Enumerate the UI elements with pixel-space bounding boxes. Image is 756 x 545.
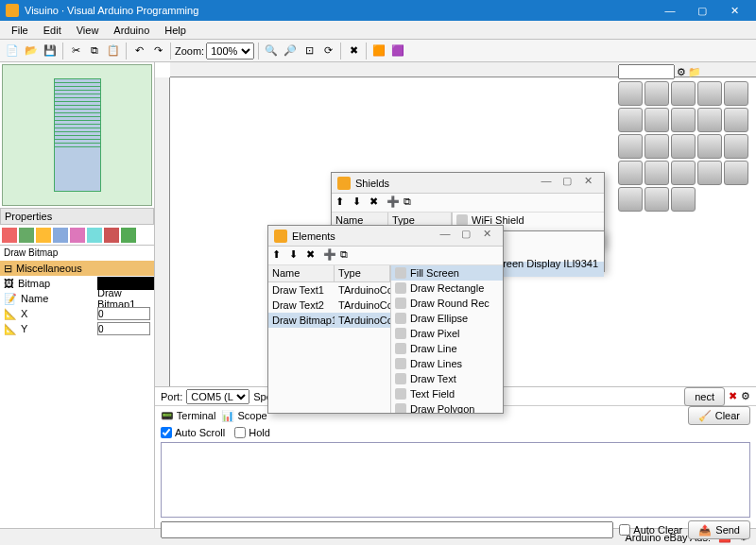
send-button[interactable]: 📤 Send bbox=[688, 520, 750, 539]
zoom-fit-button[interactable]: ⊡ bbox=[301, 43, 318, 60]
col-type[interactable]: Type bbox=[335, 265, 390, 281]
elements-row[interactable]: Draw Bitmap1TArduinoColo bbox=[268, 313, 390, 328]
palette-item[interactable] bbox=[618, 187, 643, 212]
zoom-in-button[interactable]: 🔍 bbox=[263, 43, 280, 60]
palette-item[interactable] bbox=[724, 108, 748, 132]
palette-item[interactable] bbox=[644, 81, 669, 106]
shields-close[interactable]: ✕ bbox=[577, 175, 598, 192]
menu-file[interactable]: File bbox=[4, 23, 36, 38]
term-settings-button[interactable]: ⚙ bbox=[741, 390, 750, 402]
elements-min[interactable]: — bbox=[435, 228, 455, 245]
palette-item[interactable] bbox=[618, 108, 643, 132]
tree-item[interactable]: Text Field bbox=[391, 386, 503, 401]
zoom-select[interactable]: 100% bbox=[206, 43, 254, 60]
palette-item[interactable] bbox=[618, 161, 643, 185]
prop-tb-7[interactable] bbox=[104, 228, 119, 243]
auto-clear-check[interactable]: Auto Clear bbox=[619, 524, 682, 536]
palette-item[interactable] bbox=[724, 81, 748, 106]
tree-item[interactable]: Draw Round Rec bbox=[391, 296, 503, 311]
prop-tb-1[interactable] bbox=[2, 228, 17, 243]
preview-thumbnail[interactable] bbox=[2, 64, 152, 206]
palette-item[interactable] bbox=[618, 81, 643, 106]
palette-item[interactable] bbox=[697, 81, 722, 106]
el-tb-3[interactable]: ✖ bbox=[306, 248, 321, 264]
palette-item[interactable] bbox=[644, 187, 669, 212]
tree-item[interactable]: Draw Ellipse bbox=[391, 311, 503, 326]
shields-tb-5[interactable]: ⧉ bbox=[404, 196, 419, 211]
palette-item[interactable] bbox=[671, 81, 696, 106]
cut-button[interactable]: ✂ bbox=[67, 43, 84, 60]
palette-item[interactable] bbox=[697, 161, 722, 185]
palette-item[interactable] bbox=[644, 134, 669, 159]
menu-help[interactable]: Help bbox=[157, 23, 194, 38]
el-tb-1[interactable]: ⬆ bbox=[272, 248, 287, 264]
tree-item[interactable]: Fill Screen bbox=[391, 265, 503, 281]
shields-max[interactable]: ▢ bbox=[557, 175, 577, 192]
tree-item[interactable]: Draw Text bbox=[391, 371, 503, 386]
prop-row-x[interactable]: 📐 X bbox=[0, 306, 154, 321]
palette-item[interactable] bbox=[644, 108, 669, 132]
tree-item[interactable]: Draw Rectangle bbox=[391, 281, 503, 296]
palette-item[interactable] bbox=[671, 108, 696, 132]
tool-a-button[interactable]: 🟧 bbox=[370, 43, 387, 60]
undo-button[interactable]: ↶ bbox=[130, 43, 147, 60]
palette-item[interactable] bbox=[697, 134, 722, 159]
hold-check[interactable]: Hold bbox=[234, 427, 270, 438]
tree-item[interactable]: Draw Polygon bbox=[391, 401, 503, 413]
tree-item[interactable]: Draw Pixel bbox=[391, 326, 503, 341]
el-tb-2[interactable]: ⬇ bbox=[289, 248, 304, 264]
prop-group-misc[interactable]: ⊟ Miscellaneous bbox=[0, 261, 154, 276]
menu-arduino[interactable]: Arduino bbox=[106, 23, 157, 38]
auto-scroll-check[interactable]: Auto Scroll bbox=[161, 427, 225, 438]
shields-tb-2[interactable]: ⬇ bbox=[352, 196, 368, 211]
col-name[interactable]: Name bbox=[268, 265, 335, 281]
refresh-button[interactable]: ⟳ bbox=[319, 43, 336, 60]
palette-item[interactable] bbox=[618, 134, 643, 159]
palette-item[interactable] bbox=[671, 134, 696, 159]
elements-max[interactable]: ▢ bbox=[455, 228, 476, 245]
prop-tb-5[interactable] bbox=[70, 228, 85, 243]
menu-view[interactable]: View bbox=[69, 23, 107, 38]
tab-scope[interactable]: 📊 Scope bbox=[221, 410, 266, 422]
elements-row[interactable]: Draw Text1TArduinoColo bbox=[268, 282, 390, 298]
term-close-button[interactable]: ✖ bbox=[729, 390, 737, 402]
tool-b-button[interactable]: 🟪 bbox=[389, 43, 406, 60]
prop-row-y[interactable]: 📐 Y bbox=[0, 321, 154, 336]
palette-item[interactable] bbox=[697, 108, 722, 132]
palette-item[interactable] bbox=[671, 187, 696, 212]
save-button[interactable]: 💾 bbox=[42, 43, 59, 60]
palette-item[interactable] bbox=[724, 161, 748, 185]
shields-min[interactable]: — bbox=[536, 175, 557, 192]
prop-y-input[interactable] bbox=[97, 322, 150, 335]
redo-button[interactable]: ↷ bbox=[149, 43, 166, 60]
terminal-output[interactable] bbox=[161, 442, 750, 518]
port-select[interactable]: COM5 (L bbox=[186, 389, 249, 404]
shields-tb-4[interactable]: ➕ bbox=[387, 196, 402, 211]
delete-button[interactable]: ✖ bbox=[345, 43, 362, 60]
paste-button[interactable]: 📋 bbox=[105, 43, 122, 60]
close-button[interactable]: ✕ bbox=[718, 0, 750, 21]
shields-tb-3[interactable]: ✖ bbox=[369, 196, 385, 211]
clear-button[interactable]: 🧹 Clear bbox=[688, 406, 750, 425]
prop-tb-6[interactable] bbox=[87, 228, 102, 243]
palette-item[interactable] bbox=[671, 161, 696, 185]
palette-btn-2[interactable]: 📁 bbox=[688, 66, 701, 78]
palette-btn-1[interactable]: ⚙ bbox=[677, 66, 686, 78]
elements-close[interactable]: ✕ bbox=[476, 228, 497, 245]
tree-item[interactable]: Draw Lines bbox=[391, 356, 503, 371]
prop-tb-3[interactable] bbox=[36, 228, 51, 243]
tab-terminal[interactable]: 📟 Terminal bbox=[161, 410, 215, 422]
maximize-button[interactable]: ▢ bbox=[686, 0, 718, 21]
shields-tb-1[interactable]: ⬆ bbox=[335, 196, 351, 211]
connect-button[interactable]: nect bbox=[684, 387, 725, 406]
minimize-button[interactable]: — bbox=[654, 0, 686, 21]
open-button[interactable]: 📂 bbox=[23, 43, 40, 60]
new-button[interactable]: 📄 bbox=[4, 43, 21, 60]
palette-item[interactable] bbox=[724, 134, 748, 159]
palette-search[interactable] bbox=[618, 64, 675, 79]
tree-item[interactable]: Draw Line bbox=[391, 341, 503, 356]
menu-edit[interactable]: Edit bbox=[36, 23, 69, 38]
zoom-out-button[interactable]: 🔎 bbox=[282, 43, 299, 60]
copy-button[interactable]: ⧉ bbox=[86, 43, 103, 60]
prop-x-input[interactable] bbox=[97, 307, 150, 320]
